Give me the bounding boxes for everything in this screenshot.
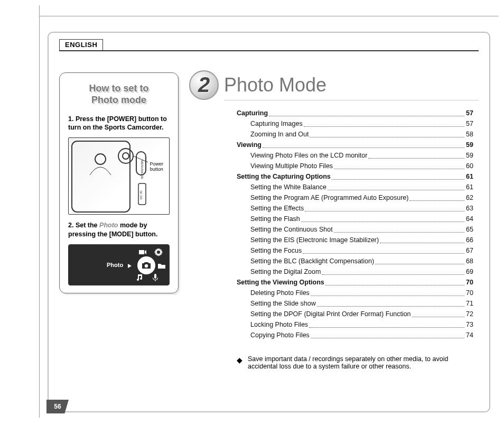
toc-label: Setting the Slide show [250,298,316,309]
toc-page: 65 [466,224,473,235]
svg-rect-0 [72,141,130,212]
page-frame: ENGLISH How to set to Photo mode 1. Pres… [48,32,490,412]
diamond-bullet-icon: ◆ [237,356,242,370]
toc-page: 74 [466,330,473,340]
how-to-title: How to set to Photo mode [65,82,173,106]
toc-leader-dots [322,266,464,275]
toc-leader-dots [303,245,464,254]
toc-label: Setting the Digital Zoom [250,266,321,277]
toc-label: Copying Photo Files [250,330,310,340]
toc-entry: Setting the EIS (Electronic Image Stabil… [250,235,473,245]
toc-page: 72 [466,309,473,319]
toc-label: Setting the Viewing Options [237,277,324,288]
toc-label: Capturing Images [250,118,303,129]
toc-label: Setting the EIS (Electronic Image Stabil… [250,235,379,245]
svg-point-7 [145,264,148,268]
toc-label: Locking Photo Files [250,319,308,330]
power-button-label: Power button [148,161,165,173]
toc-leader-dots [325,277,464,285]
toc-leader-dots [305,203,464,211]
toc-label: Setting the Capturing Options [237,171,331,182]
step-2-text: 2. Set the Photo mode by pressing the [M… [68,221,170,239]
toc-leader-dots [317,298,464,307]
toc-label: Zooming In and Out [250,129,309,140]
toc-entry: Setting the Focus67 [250,245,473,256]
toc-page: 62 [466,192,473,203]
chapter-number: 2 [189,70,219,100]
language-tab: ENGLISH [59,39,103,51]
toc-label: Setting the Effects [250,203,304,214]
toc-leader-dots [301,214,464,222]
toc-leader-dots [263,140,464,148]
toc-entry: Setting the White Balance61 [250,182,473,192]
main-content: 2 Photo Mode Capturing57Capturing Images… [189,72,479,370]
camcorder-diagram: MENU MODE DC IN Power button [68,137,170,215]
toc-entry: Setting the Capturing Options61 [237,171,473,182]
toc-label: Capturing [237,108,268,118]
toc-entry: Setting the BLC (Backlight Compensation)… [250,256,473,266]
toc-entry: Viewing Photo Files on the LCD monitor59 [250,150,473,161]
gear-icon [154,248,163,256]
how-to-title-line1: How to set to [89,83,149,94]
modebar-label: Photo [107,262,123,268]
toc-page: 59 [466,150,473,161]
toc-label: Viewing [237,140,262,150]
power-button-label-l2: button [150,167,163,172]
step-1-text: 1. Press the [POWER] button to turn on t… [68,115,170,133]
toc-label: Deleting Photo Files [250,288,310,298]
music-icon [135,273,144,282]
toc-page: 71 [466,298,473,309]
manual-page: ENGLISH How to set to Photo mode 1. Pres… [0,0,504,424]
toc-label: Setting the BLC (Backlight Compensation) [250,256,374,266]
chapter-title: Photo Mode [224,74,326,96]
toc-label: Setting the Flash [250,214,300,224]
chapter-rule [224,100,479,100]
toc-entry: Setting the Slide show71 [250,298,473,309]
toc-entry: Capturing57 [237,108,473,118]
toc-leader-dots [269,108,464,116]
toc-leader-dots [309,319,464,328]
dc-in-label: DC IN [139,191,143,199]
toc-leader-dots [334,224,464,233]
step-2-a: 2. Set the [68,222,99,229]
toc-entry: Setting the DPOF (Digital Print Order Fo… [250,309,473,319]
toc-leader-dots [368,150,464,159]
toc-entry: Locking Photo Files73 [250,319,473,330]
toc-page: 58 [466,129,473,140]
mode-label: MODE [141,170,144,179]
camera-mode-icon [137,256,155,274]
page-number-badge: 56 [46,400,69,413]
toc-page: 61 [466,171,473,182]
toc-page: 69 [466,266,473,277]
toc-entry: Viewing59 [237,140,473,150]
toc-page: 63 [466,203,473,214]
toc-entry: Viewing Multiple Photo Files60 [250,161,473,171]
how-to-box: How to set to Photo mode 1. Press the [P… [59,72,179,294]
svg-point-3 [123,153,129,159]
movie-icon [138,248,147,256]
toc-leader-dots [409,192,464,201]
toc-label: Setting the Program AE (Programmed Auto … [250,192,408,203]
sidebar: How to set to Photo mode 1. Press the [P… [59,72,179,370]
toc-label: Setting the Continuous Shot [250,224,333,235]
footnote: ◆ Save important data / recordings separ… [237,355,473,370]
header-rule [59,50,479,51]
toc-entry: Capturing Images57 [250,118,473,129]
toc-entry: Setting the Viewing Options70 [237,277,473,288]
toc-page: 61 [466,182,473,192]
toc-label: Viewing Multiple Photo Files [250,161,333,171]
how-to-title-line2: Photo mode [91,95,146,105]
toc-page: 68 [466,256,473,266]
toc-label: Setting the Focus [250,245,302,256]
toc-leader-dots [304,118,464,127]
triangle-pointer-icon [128,264,132,268]
toc-leader-dots [332,171,464,180]
svg-point-2 [118,149,133,163]
toc-entry: Setting the Continuous Shot65 [250,224,473,235]
toc-leader-dots [328,182,464,190]
toc-leader-dots [375,256,464,264]
toc-entry: Copying Photo Files74 [250,330,473,340]
folder-icon [157,262,166,272]
mic-icon [151,273,160,282]
toc-page: 59 [466,140,473,150]
